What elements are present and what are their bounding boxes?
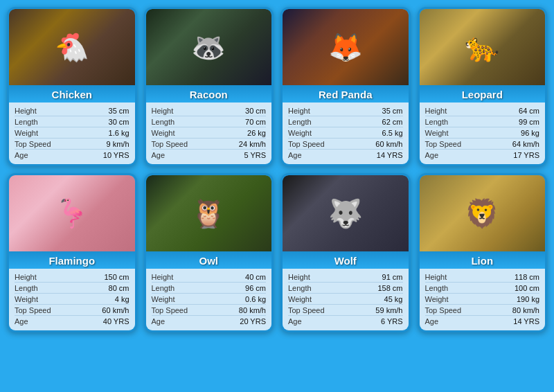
stat-row: Height30 cm	[152, 105, 267, 116]
stat-label: Height	[425, 107, 447, 115]
stat-row: Length62 cm	[288, 116, 403, 127]
stat-row: Age10 YRS	[15, 150, 129, 160]
stat-value: 35 cm	[109, 107, 129, 115]
stat-label: Height	[152, 273, 174, 281]
stat-label: Length	[15, 118, 38, 126]
stat-row: Length158 cm	[288, 283, 403, 294]
stat-value: 1.6 kg	[109, 129, 129, 137]
stat-row: Top Speed60 km/h	[15, 305, 129, 316]
stat-row: Age17 YRS	[425, 150, 540, 160]
stat-label: Length	[288, 284, 312, 292]
stat-label: Length	[288, 118, 312, 126]
racoon-image: 🦝	[146, 9, 272, 85]
stat-row: Length96 cm	[152, 283, 267, 294]
red-panda-stats: Height35 cmLength62 cmWeight6.5 kgTop Sp…	[283, 103, 409, 164]
card-chicken: 🐔ChickenHeight35 cmLength30 cmWeight1.6 …	[7, 7, 137, 166]
stat-label: Top Speed	[152, 140, 188, 148]
lion-name: Lion	[420, 251, 546, 269]
stat-value: 40 YRS	[103, 317, 129, 326]
stat-row: Height64 cm	[425, 105, 540, 116]
stat-value: 60 km/h	[375, 140, 402, 148]
stat-value: 0.6 kg	[245, 295, 266, 303]
stat-value: 62 cm	[382, 118, 403, 126]
flamingo-stats: Height150 cmLength80 cmWeight4 kgTop Spe…	[9, 269, 135, 330]
racoon-name: Racoon	[146, 85, 272, 103]
stat-label: Height	[425, 273, 447, 281]
stat-value: 4 kg	[115, 295, 129, 303]
stat-label: Length	[15, 284, 38, 292]
chicken-icon: 🐔	[9, 9, 135, 85]
lion-stats: Height118 cmLength100 cmWeight190 kgTop …	[420, 269, 546, 330]
stat-row: Age40 YRS	[15, 316, 129, 326]
stat-value: 150 cm	[104, 273, 129, 281]
wolf-name: Wolf	[283, 251, 409, 269]
stat-label: Weight	[288, 129, 312, 137]
stat-label: Age	[425, 317, 439, 326]
stat-value: 91 cm	[382, 273, 403, 281]
stat-value: 96 kg	[521, 129, 539, 137]
stat-value: 99 cm	[519, 118, 539, 126]
stat-row: Length80 cm	[15, 283, 129, 294]
stat-label: Age	[152, 317, 166, 326]
stat-row: Age20 YRS	[152, 316, 267, 326]
stat-label: Weight	[152, 295, 175, 303]
stat-value: 35 cm	[382, 107, 403, 115]
stat-label: Weight	[288, 295, 312, 303]
card-red-panda: 🦊Red PandaHeight35 cmLength62 cmWeight6.…	[280, 7, 411, 166]
card-leopard: 🐆LeopardHeight64 cmLength99 cmWeight96 k…	[418, 7, 548, 166]
stat-value: 24 km/h	[239, 140, 266, 148]
owl-image: 🦉	[146, 175, 272, 251]
stat-label: Weight	[15, 129, 38, 137]
stat-value: 6.5 kg	[382, 129, 403, 137]
stat-value: 100 cm	[515, 284, 539, 292]
leopard-stats: Height64 cmLength99 cmWeight96 kgTop Spe…	[420, 103, 546, 164]
stat-label: Age	[425, 151, 439, 159]
stat-label: Length	[152, 284, 175, 292]
flamingo-image: 🦩	[9, 175, 135, 251]
stat-row: Top Speed59 km/h	[288, 305, 403, 316]
stat-row: Top Speed80 km/h	[152, 305, 267, 316]
chicken-stats: Height35 cmLength30 cmWeight1.6 kgTop Sp…	[9, 103, 135, 164]
stat-label: Height	[15, 273, 37, 281]
stat-row: Height91 cm	[288, 271, 403, 283]
stat-value: 59 km/h	[375, 306, 402, 314]
stat-label: Height	[288, 273, 310, 281]
card-owl: 🦉OwlHeight40 cmLength96 cmWeight0.6 kgTo…	[144, 173, 274, 332]
stat-label: Weight	[425, 295, 449, 303]
stat-label: Top Speed	[288, 140, 325, 148]
stat-row: Weight96 kg	[425, 127, 540, 139]
stat-value: 45 kg	[384, 295, 403, 303]
stat-value: 190 kg	[517, 295, 539, 303]
stat-label: Top Speed	[15, 140, 51, 148]
stat-row: Top Speed64 km/h	[425, 139, 540, 150]
wolf-stats: Height91 cmLength158 cmWeight45 kgTop Sp…	[283, 269, 409, 330]
stat-label: Age	[288, 151, 302, 159]
stat-value: 64 cm	[519, 107, 539, 115]
stat-value: 14 YRS	[513, 317, 539, 326]
stat-row: Height150 cm	[15, 271, 129, 283]
chicken-name: Chicken	[9, 85, 135, 103]
stat-value: 96 cm	[245, 284, 266, 292]
lion-image: 🦁	[420, 175, 546, 251]
stat-value: 10 YRS	[103, 151, 129, 159]
leopard-name: Leopard	[420, 85, 546, 103]
stat-value: 80 cm	[109, 284, 129, 292]
stat-label: Height	[152, 107, 174, 115]
owl-icon: 🦉	[146, 175, 272, 251]
stat-row: Weight1.6 kg	[15, 127, 129, 139]
stat-label: Weight	[15, 295, 38, 303]
stat-label: Height	[15, 107, 37, 115]
stat-row: Age14 YRS	[425, 316, 540, 326]
stat-label: Age	[15, 317, 28, 326]
stat-value: 118 cm	[515, 273, 539, 281]
stat-row: Length70 cm	[152, 116, 267, 127]
stat-label: Length	[425, 284, 449, 292]
racoon-stats: Height30 cmLength70 cmWeight26 kgTop Spe…	[146, 103, 272, 164]
stat-row: Weight6.5 kg	[288, 127, 403, 139]
stat-value: 20 YRS	[240, 317, 266, 326]
stat-value: 17 YRS	[513, 151, 539, 159]
stat-row: Length99 cm	[425, 116, 540, 127]
leopard-icon: 🐆	[420, 9, 546, 85]
stat-value: 26 kg	[247, 129, 266, 137]
stat-row: Height35 cm	[288, 105, 403, 116]
